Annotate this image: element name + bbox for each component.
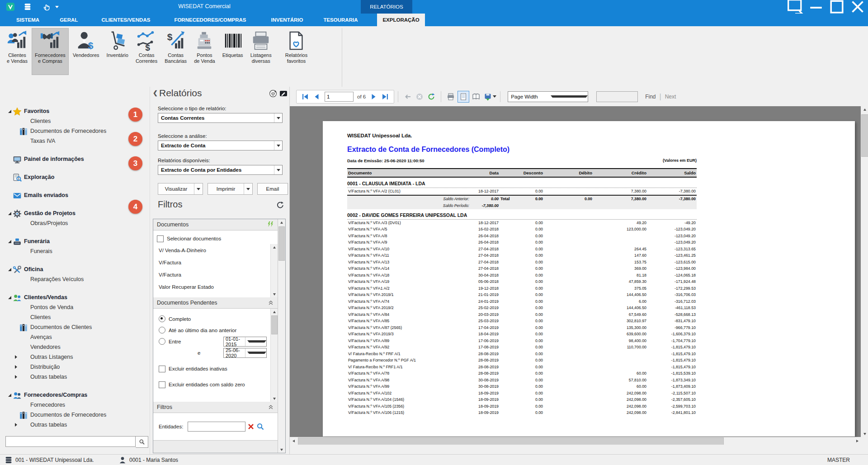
sidebar-item-emails-enviados[interactable]: Emails enviados	[0, 190, 150, 200]
sidebar-item-repara-es-ve-culos[interactable]: Reparações Veículos	[0, 274, 150, 284]
menu-tab-tesouraria[interactable]: TESOURARIA	[318, 14, 363, 26]
find-button[interactable]: Find	[645, 94, 656, 100]
available-reports-select[interactable]: Extracto de Conta por Entidades	[158, 165, 283, 175]
refresh-filters-icon[interactable]	[276, 201, 284, 209]
maximize-icon[interactable]	[826, 0, 847, 14]
apply-filter-icon[interactable]	[267, 221, 274, 228]
tree-expander-icon[interactable]	[13, 354, 19, 360]
documento-list-item[interactable]: V/ Venda-A-Dinheiro	[153, 244, 278, 256]
export-icon[interactable]	[484, 93, 492, 101]
clear-entidades-icon[interactable]	[247, 423, 255, 431]
menu-tab-sistema[interactable]: SISTEMA	[11, 14, 45, 26]
sidebar-search-button[interactable]	[136, 436, 148, 448]
refresh-report-icon[interactable]	[427, 93, 435, 101]
sidebar-item-fornecedores[interactable]: Fornecedores	[0, 400, 150, 410]
ribbon-button-contas[interactable]: $ContasBancárias	[161, 28, 190, 75]
tree-expander-icon[interactable]	[6, 266, 13, 272]
print-icon[interactable]	[447, 93, 455, 101]
ribbon-button-pontos[interactable]: Pontosde Venda	[191, 28, 218, 75]
sidebar-item-taxas-iva[interactable]: Taxas IVA	[0, 136, 150, 146]
sidebar-item-outras-listagens[interactable]: Outras Listagens	[0, 352, 150, 362]
contextual-tab-relatorios[interactable]: RELATÓRIOS	[361, 0, 412, 14]
page-setup-icon[interactable]	[472, 93, 480, 101]
entidades-input[interactable]	[188, 422, 245, 432]
collapse-section-icon[interactable]	[268, 404, 274, 410]
ribbon-button-contas[interactable]: $ContasCorrentes	[132, 28, 160, 75]
selecionar-documentos-checkbox[interactable]: Selecionar documentos	[157, 233, 278, 244]
stop-rendering-icon[interactable]	[415, 93, 424, 101]
report-type-select[interactable]: Contas Correntes	[158, 113, 283, 123]
sidebar-item-funer-ria[interactable]: Funerária	[0, 236, 150, 246]
search-entidades-icon[interactable]	[256, 423, 264, 431]
email-button[interactable]: Email	[257, 183, 288, 195]
filters-scrollbar[interactable]	[278, 219, 285, 453]
app-logo-icon[interactable]	[6, 3, 14, 11]
tree-expander-icon[interactable]	[6, 108, 13, 114]
documentos-section-header[interactable]: Documentos	[153, 219, 278, 230]
previous-page-icon[interactable]	[313, 93, 321, 101]
menu-tab-inventário[interactable]: INVENTÁRIO	[265, 14, 308, 26]
visualizar-button[interactable]: Visualizar	[158, 183, 203, 195]
database-icon[interactable]	[24, 3, 32, 11]
sidebar-item-clientes[interactable]: Clientes	[0, 312, 150, 322]
pendentes-scrollbar[interactable]	[270, 309, 278, 402]
filtros-section-header[interactable]: Filtros	[153, 402, 278, 413]
edit-report-icon[interactable]	[279, 89, 288, 98]
sidebar-item-gest-o-de-projetos[interactable]: Gestão de Projetos	[0, 208, 150, 218]
sidebar-item-vendedores[interactable]: Vendedores	[0, 342, 150, 352]
tree-expander-icon[interactable]	[6, 294, 13, 301]
sidebar-item-distribui-o[interactable]: Distribuição	[0, 362, 150, 372]
ribbon-button-inventário[interactable]: Inventário	[104, 28, 132, 75]
imprimir-split-arrow-icon[interactable]	[244, 183, 252, 194]
close-icon[interactable]	[847, 0, 868, 14]
menu-tab-fornecedores/compras[interactable]: FORNECEDORES/COMPRAS	[169, 14, 251, 26]
ribbon-button-listagens[interactable]: Listagensdiversas	[247, 28, 275, 75]
tree-expander-icon[interactable]	[13, 374, 19, 380]
imprimir-button[interactable]: Imprimir	[208, 183, 253, 195]
date-to-select[interactable]: 25-06-2020	[223, 348, 267, 358]
sidebar-item-favoritos[interactable]: Favoritos	[0, 106, 150, 116]
sidebar-item-funerais[interactable]: Funerais	[0, 246, 150, 256]
next-button[interactable]: Next	[665, 94, 676, 100]
sidebar-item-aven-as[interactable]: Avenças	[0, 332, 150, 342]
tree-expander-icon[interactable]	[6, 392, 13, 398]
sidebar-item-pontos-de-venda[interactable]: Pontos de Venda	[0, 302, 150, 312]
pendentes-checkbox-excluir-entidades-inativas[interactable]: Excluir entidades inativas	[159, 363, 278, 374]
collapse-panel-icon[interactable]: ❮	[153, 89, 159, 97]
minimize-icon[interactable]	[806, 0, 826, 14]
visualizar-split-arrow-icon[interactable]	[194, 183, 203, 194]
sidebar-item-documentos-de-fornecedores[interactable]: Documentos de Fornecedores	[0, 126, 150, 136]
ribbon-button-fornecedores[interactable]: Fornecedorese Compras	[32, 28, 69, 75]
menu-tab-exploração[interactable]: EXPLORAÇÃO	[377, 14, 425, 26]
sidebar-item-documentos-de-fornecedores[interactable]: Documentos de Fornecedores	[0, 410, 150, 420]
sidebar-search-input[interactable]	[5, 436, 136, 447]
tree-expander-icon[interactable]	[13, 422, 19, 428]
sidebar-item-painel-de-informa-es[interactable]: Painel de informações	[0, 154, 150, 164]
next-page-icon[interactable]	[369, 93, 377, 101]
sidebar-item-explora-o[interactable]: Exploração	[0, 172, 150, 182]
analysis-select[interactable]: Extracto de Conta	[158, 141, 283, 150]
menu-tab-geral[interactable]: GERAL	[54, 14, 83, 26]
collapse-section-icon[interactable]	[268, 300, 274, 306]
navigate-back-icon[interactable]	[404, 93, 412, 101]
viewer-vertical-scrollbar[interactable]	[861, 106, 868, 437]
sidebar-item-clientes[interactable]: Clientes	[0, 116, 150, 126]
tree-expander-icon[interactable]	[6, 238, 13, 244]
page-number-input[interactable]	[325, 92, 354, 102]
first-page-icon[interactable]	[301, 93, 309, 101]
ribbon-button-etiquetas[interactable]: Etiquetas	[219, 28, 246, 75]
print-layout-toggle[interactable]	[458, 91, 469, 103]
tree-expander-icon[interactable]	[13, 364, 19, 370]
sidebar-item-documentos-de-clientes[interactable]: Documentos de Clientes	[0, 322, 150, 332]
menu-tab-clientes/vendas[interactable]: CLIENTES/VENDAS	[96, 14, 156, 26]
documento-list-item[interactable]: V/Factura	[153, 268, 278, 281]
ribbon-button-clientes[interactable]: Clientese Vendas	[4, 28, 31, 75]
pendentes-radio-1[interactable]: Completo	[159, 313, 278, 324]
touch-mode-icon[interactable]	[42, 3, 51, 11]
sidebar-item-clientes-vendas[interactable]: Clientes/Vendas	[0, 292, 150, 302]
sidebar-item-oficina[interactable]: Oficina	[0, 264, 150, 274]
documentos-list-scrollbar[interactable]	[270, 244, 278, 297]
last-page-icon[interactable]	[381, 93, 389, 101]
ribbon-button-relatórios[interactable]: Relatóriosfavoritos	[282, 28, 311, 75]
sidebar-item-outras-tabelas[interactable]: Outras tabelas	[0, 420, 150, 430]
